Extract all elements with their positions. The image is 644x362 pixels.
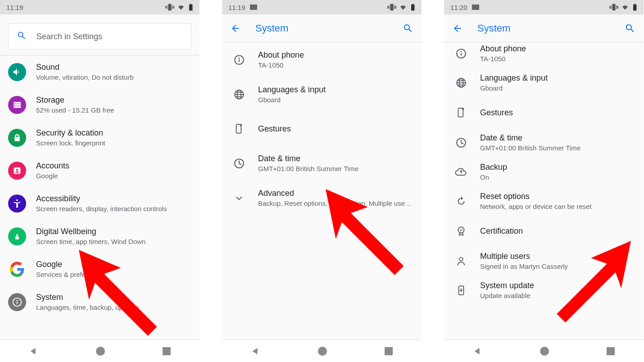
status-time: 11:19	[228, 4, 245, 11]
settings-list: Sound Volume, vibration, Do not disturb …	[0, 55, 200, 318]
system-list: About phone TA-1050 Languages & input Gb…	[444, 40, 644, 305]
battery-icon	[632, 3, 637, 11]
storage-icon	[8, 96, 26, 114]
status-bar: 11:19	[0, 0, 200, 14]
header: System	[222, 14, 422, 42]
nav-bar	[0, 339, 200, 362]
screen-settings-main: 11:19 Search in Settings Sound Volume, v…	[0, 0, 200, 362]
lock-icon	[8, 129, 26, 147]
status-bar: 11:20	[444, 0, 644, 14]
nav-home[interactable]	[540, 347, 549, 356]
search-button[interactable]	[403, 23, 413, 34]
gesture-icon	[452, 104, 470, 122]
search-settings[interactable]: Search in Settings	[8, 23, 191, 50]
wifi-icon	[399, 4, 407, 11]
row-gestures[interactable]: Gestures	[444, 97, 644, 128]
row-languages[interactable]: Languages & input Gboard	[444, 68, 644, 97]
vibrate-icon	[165, 4, 174, 11]
clock-icon	[452, 134, 470, 152]
reset-icon	[452, 192, 470, 210]
back-button[interactable]	[230, 23, 241, 34]
row-sub: Volume, vibration, Do not disturb	[36, 73, 191, 81]
nav-home[interactable]	[96, 347, 105, 356]
search-icon	[17, 31, 27, 42]
row-about-phone[interactable]: About phone TA-1050	[222, 42, 422, 77]
accounts-icon	[8, 162, 26, 180]
row-accounts[interactable]: Accounts Google	[0, 154, 200, 187]
row-datetime[interactable]: Date & time GMT+01:00 British Summer Tim…	[444, 128, 644, 157]
header-title: System	[255, 23, 403, 34]
gesture-icon	[230, 120, 248, 138]
nav-recent[interactable]	[385, 347, 393, 355]
row-datetime[interactable]: Date & time GMT+01:00 British Summer Tim…	[222, 146, 422, 181]
row-system[interactable]: System Languages, time, backup, updates	[0, 285, 200, 318]
screen-system-expanded: 11:20 System About phone TA-1050 Languag…	[444, 0, 644, 362]
search-button[interactable]	[625, 23, 635, 34]
vibrate-icon	[387, 4, 396, 11]
screen-system-collapsed: 11:19 System About phone TA-1050 Languag…	[222, 0, 422, 362]
nav-bar	[444, 339, 644, 362]
row-sound[interactable]: Sound Volume, vibration, Do not disturb	[0, 55, 200, 88]
system-list: About phone TA-1050 Languages & input Gb…	[222, 42, 422, 215]
globe-icon	[452, 74, 470, 92]
row-title: Sound	[36, 63, 191, 72]
row-system-update[interactable]: System update Update available	[444, 276, 644, 305]
wifi-icon	[177, 4, 185, 11]
nav-recent[interactable]	[163, 347, 171, 355]
battery-icon	[410, 3, 415, 11]
chevron-down-icon	[230, 189, 248, 207]
status-time: 11:20	[450, 4, 467, 11]
google-icon	[8, 260, 26, 278]
row-security[interactable]: Security & location Screen lock, fingerp…	[0, 121, 200, 154]
row-advanced[interactable]: Advanced Backup, Reset options, Certific…	[222, 181, 422, 215]
row-google[interactable]: Google Services & preferences	[0, 253, 200, 285]
row-about-phone[interactable]: About phone TA-1050	[444, 40, 644, 68]
update-icon	[452, 281, 470, 299]
gallery-icon	[472, 5, 479, 10]
nav-recent[interactable]	[607, 347, 615, 355]
sound-icon	[8, 63, 26, 81]
header-title: System	[477, 23, 625, 34]
wellbeing-icon	[8, 227, 26, 245]
row-storage[interactable]: Storage 52% used - 15.21 GB free	[0, 88, 200, 121]
globe-icon	[230, 86, 248, 104]
row-certification[interactable]: Certification	[444, 216, 644, 246]
vibrate-icon	[609, 4, 618, 11]
row-multiple-users[interactable]: Multiple users Signed in as Martyn Casse…	[444, 246, 644, 276]
back-button[interactable]	[452, 23, 463, 34]
row-accessibility[interactable]: Accessibility Screen readers, display, i…	[0, 187, 200, 220]
info-icon	[452, 45, 470, 63]
accessibility-icon	[8, 195, 26, 213]
status-time: 11:19	[6, 4, 23, 11]
info-icon	[8, 293, 26, 311]
row-languages[interactable]: Languages & input Gboard	[222, 77, 422, 112]
row-reset[interactable]: Reset options Network, apps or device ca…	[444, 186, 644, 216]
header: System	[444, 14, 644, 42]
nav-home[interactable]	[318, 347, 327, 356]
nav-back[interactable]	[251, 346, 261, 356]
battery-icon	[188, 3, 193, 11]
cert-icon	[452, 222, 470, 240]
nav-back[interactable]	[473, 346, 483, 356]
wifi-icon	[621, 4, 629, 11]
nav-bar	[222, 339, 422, 362]
row-gestures[interactable]: Gestures	[222, 112, 422, 146]
row-wellbeing[interactable]: Digital Wellbeing Screen time, app timer…	[0, 220, 200, 253]
info-icon	[230, 51, 248, 69]
search-placeholder: Search in Settings	[36, 32, 102, 41]
row-backup[interactable]: Backup On	[444, 157, 644, 186]
gallery-icon	[250, 5, 257, 10]
person-icon	[452, 252, 470, 270]
status-bar: 11:19	[222, 0, 422, 14]
cloud-icon	[452, 163, 470, 181]
nav-back[interactable]	[29, 346, 39, 356]
clock-icon	[230, 154, 248, 172]
